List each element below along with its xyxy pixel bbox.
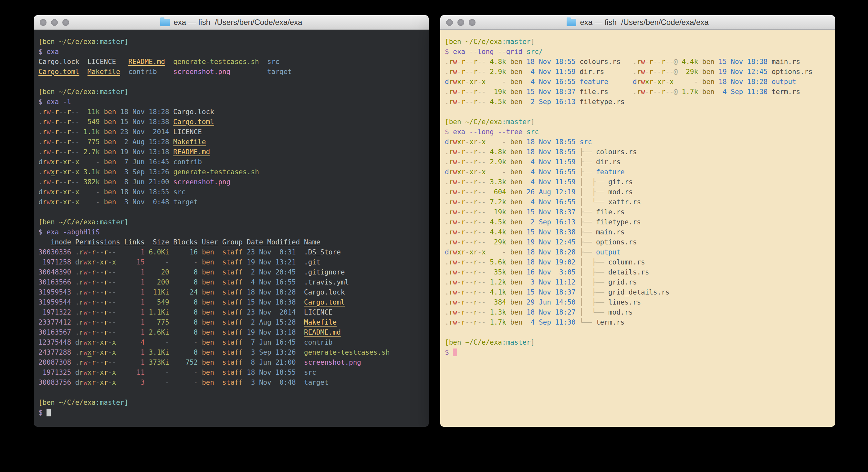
text-segment: 2.6Ki — [145, 328, 169, 336]
text-segment: 1971322 — [38, 308, 71, 316]
text-segment: -- — [465, 258, 473, 266]
zoom-button[interactable] — [62, 19, 69, 26]
text-segment: 549 — [145, 298, 169, 306]
text-segment: r — [104, 308, 108, 316]
text-segment — [218, 238, 222, 246]
text-segment: exa --long --tree — [453, 128, 527, 136]
text-segment: w — [453, 78, 457, 86]
text-segment: 8 — [169, 308, 198, 316]
minimize-button[interactable] — [51, 19, 58, 26]
text-segment: 18 Nov 19:02 — [522, 258, 575, 266]
text-segment: -- — [96, 358, 104, 366]
text-segment — [296, 298, 304, 306]
text-segment: r — [661, 88, 665, 96]
text-segment: - — [59, 168, 63, 176]
text-segment: 775 — [145, 319, 169, 326]
text-segment: - — [145, 258, 169, 266]
terminal-line: drwxr-xr-x - ben 7 Jun 16:45 contrib — [38, 157, 424, 167]
text-segment — [38, 238, 51, 246]
text-segment: x — [88, 349, 92, 356]
text-segment: r — [461, 198, 465, 206]
text-segment: x — [51, 198, 55, 206]
text-segment: d — [445, 78, 449, 86]
text-segment: r — [473, 78, 478, 86]
text-segment — [169, 178, 174, 186]
text-segment: 29k — [678, 68, 698, 76]
text-segment: dir.rs — [580, 68, 604, 76]
text-segment: ben — [100, 188, 116, 196]
text-segment: -- — [108, 358, 116, 366]
text-segment: 18 Nov 18:28 — [243, 288, 296, 296]
text-segment: 1 — [116, 268, 145, 276]
titlebar[interactable]: exa — fish /Users/ben/Code/exa/exa — [34, 15, 429, 30]
terminal-screen[interactable]: [ben ~/C/e/exa:master]$ exaCargo.lock LI… — [34, 30, 429, 427]
text-segment — [169, 108, 174, 116]
text-segment: r — [79, 368, 83, 376]
text-segment: r — [449, 158, 453, 166]
text-segment: w — [83, 358, 88, 366]
text-segment: -- — [71, 148, 79, 156]
text-segment: 3.3k — [486, 178, 506, 186]
text-segment: screenshot.png — [304, 358, 361, 366]
terminal-line: .rw-r--r-- 2.9k ben 4 Nov 11:59 ├── dir.… — [445, 157, 831, 167]
text-segment — [71, 349, 75, 356]
text-segment: - — [678, 78, 698, 86]
text-segment: x — [457, 138, 461, 146]
terminal-screen[interactable]: [ben ~/C/e/exa:master]$ exa --long --gri… — [440, 30, 835, 427]
text-segment: - — [457, 308, 461, 316]
text-segment: x — [482, 78, 486, 86]
text-segment: -- — [96, 308, 104, 316]
text-segment: 4 Nov 16:55 — [522, 78, 575, 86]
text-segment: .DS_Store — [304, 248, 341, 256]
text-segment: r — [55, 148, 59, 156]
text-segment — [621, 58, 633, 66]
text-segment: $ — [38, 228, 46, 236]
text-segment: x — [63, 198, 67, 206]
text-segment: │ ├── — [580, 188, 608, 196]
text-segment: - — [88, 248, 92, 256]
text-segment: -- — [465, 68, 473, 76]
titlebar[interactable]: exa — fish /Users/ben/Code/exa/exa — [440, 15, 835, 30]
text-segment: ben — [506, 158, 523, 166]
text-segment: r — [43, 188, 47, 196]
text-segment: r — [104, 358, 108, 366]
text-segment: [ben ~/C/e/exa — [445, 338, 502, 346]
text-segment: - — [486, 78, 506, 86]
text-segment: ├── — [580, 218, 596, 226]
text-segment: r — [461, 218, 465, 226]
text-segment: . — [633, 58, 637, 66]
text-segment: │ ├── — [580, 178, 608, 186]
terminal-line: 30163567 .rw-r--r-- 1 2.6Ki 8 ben staff … — [38, 327, 424, 337]
text-segment: ben — [506, 188, 523, 196]
close-button[interactable] — [446, 19, 453, 26]
text-segment: r — [461, 298, 465, 306]
text-segment — [576, 308, 580, 316]
text-segment: - — [457, 278, 461, 286]
minimize-button[interactable] — [458, 19, 464, 26]
text-segment: r — [637, 58, 641, 66]
text-segment: ben — [698, 88, 715, 96]
text-segment — [169, 148, 174, 156]
text-segment: ben staff — [198, 328, 243, 336]
text-segment: . — [445, 258, 449, 266]
text-segment: w — [453, 319, 457, 326]
text-segment — [296, 248, 304, 256]
text-segment: - — [96, 258, 100, 266]
text-segment: src — [580, 138, 592, 146]
text-segment: 752 — [169, 358, 198, 366]
text-segment: - — [71, 168, 75, 176]
text-segment: -- — [96, 328, 104, 336]
text-segment: mod.rs — [608, 188, 633, 196]
text-segment: main.rs — [596, 228, 625, 236]
text-segment: - — [169, 338, 198, 346]
desktop: { "page": { "bg": "#000000" }, "themes":… — [0, 0, 868, 472]
text-segment: $ — [38, 98, 46, 106]
text-segment: r — [449, 218, 453, 226]
text-segment: r — [104, 338, 108, 346]
zoom-button[interactable] — [469, 19, 475, 26]
text-segment: d — [75, 338, 80, 346]
text-segment — [259, 58, 267, 66]
text-segment: 1 — [116, 319, 145, 326]
close-button[interactable] — [40, 19, 46, 26]
text-segment: 19 Nov 12:45 — [715, 68, 768, 76]
